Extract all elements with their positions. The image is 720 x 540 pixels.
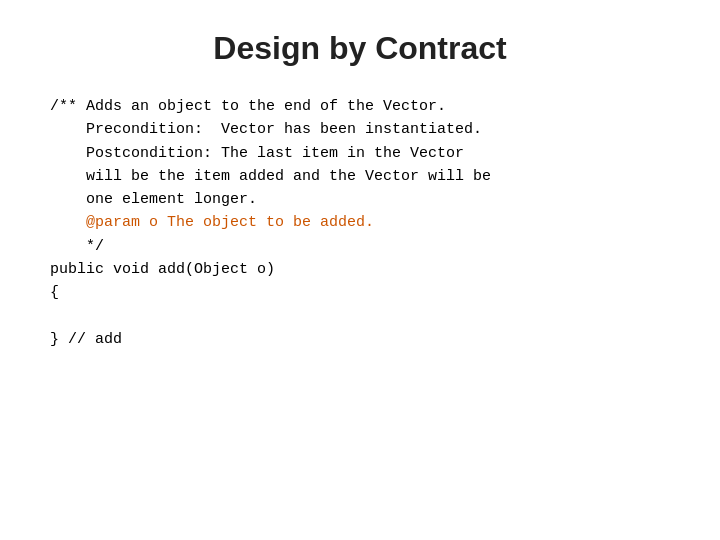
code-line-2: Precondition: Vector has been instantiat…	[50, 118, 670, 141]
code-line-11: } // add	[50, 328, 670, 351]
param-text: @param o The object to be added.	[86, 214, 374, 231]
code-line-6: @param o The object to be added.	[50, 211, 670, 234]
page-title: Design by Contract	[213, 30, 506, 67]
code-line-9: {	[50, 281, 670, 304]
code-line-8: public void add(Object o)	[50, 258, 670, 281]
code-line-7: */	[50, 235, 670, 258]
code-line-1: /** Adds an object to the end of the Vec…	[50, 95, 670, 118]
code-line-3: Postcondition: The last item in the Vect…	[50, 142, 670, 165]
code-block: /** Adds an object to the end of the Vec…	[50, 95, 670, 351]
code-line-10	[50, 304, 670, 327]
code-line-5: one element longer.	[50, 188, 670, 211]
code-line-4: will be the item added and the Vector wi…	[50, 165, 670, 188]
page: Design by Contract /** Adds an object to…	[0, 0, 720, 540]
